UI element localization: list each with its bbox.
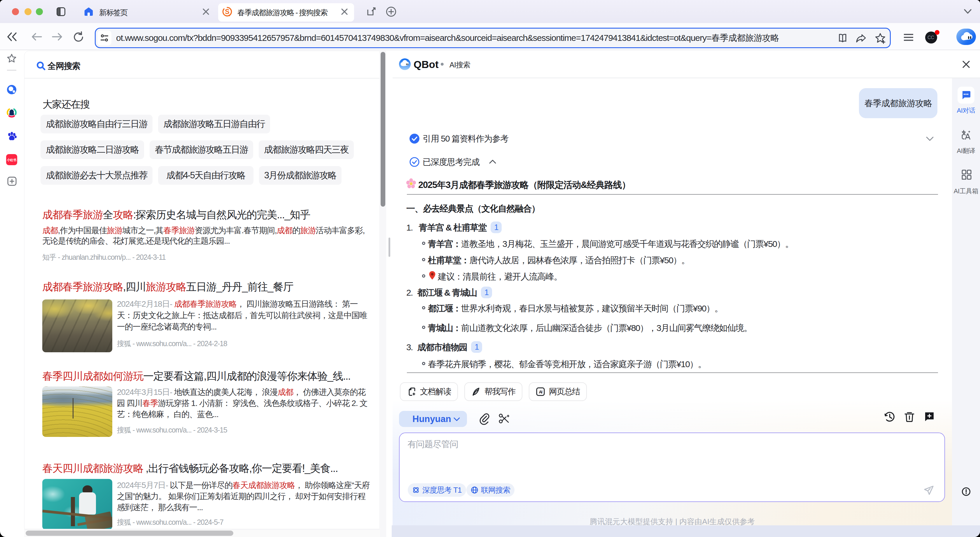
svg-text:AI: AI [539,390,542,394]
svg-text:S: S [225,8,229,16]
